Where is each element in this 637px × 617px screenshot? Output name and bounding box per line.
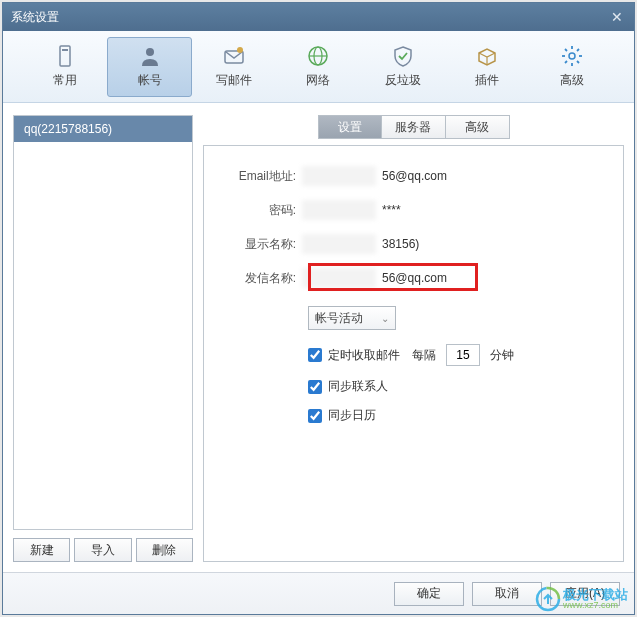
email-value[interactable]: 56@qq.com (378, 169, 447, 183)
toolbar-label: 常用 (53, 72, 77, 89)
settings-window: 系统设置 ✕ 常用 帐号 写邮件 网络 (2, 2, 635, 615)
antispam-icon (391, 44, 415, 68)
redacted (302, 166, 376, 186)
display-value[interactable]: 38156) (378, 237, 419, 251)
svg-line-13 (565, 49, 567, 51)
toolbar-antispam[interactable]: 反垃圾 (361, 37, 445, 97)
fetch-every: 每隔 (412, 347, 436, 364)
svg-point-2 (146, 48, 154, 56)
apply-button[interactable]: 应用(A) (550, 582, 620, 606)
general-icon (53, 44, 77, 68)
gear-icon (560, 44, 584, 68)
contacts-row: 同步联系人 (308, 378, 603, 395)
toolbar-network[interactable]: 网络 (276, 37, 360, 97)
password-row: 密码: **** (224, 198, 603, 222)
contacts-label: 同步联系人 (328, 378, 388, 395)
toolbar-label: 网络 (306, 72, 330, 89)
svg-rect-1 (62, 49, 68, 51)
close-icon[interactable]: ✕ (608, 8, 626, 26)
interval-input[interactable] (446, 344, 480, 366)
content-area: qq(2215788156) 新建 导入 删除 设置 服务器 高级 Email地… (3, 103, 634, 572)
toolbar-account[interactable]: 帐号 (107, 37, 191, 97)
activity-dropdown[interactable]: 帐号活动 ⌄ (308, 306, 396, 330)
tab-server[interactable]: 服务器 (382, 115, 446, 139)
import-button[interactable]: 导入 (74, 538, 131, 562)
calendar-label: 同步日历 (328, 407, 376, 424)
display-label: 显示名称: (224, 236, 302, 253)
dropdown-label: 帐号活动 (315, 310, 363, 327)
calendar-checkbox[interactable] (308, 409, 322, 423)
toolbar-plugin[interactable]: 插件 (445, 37, 529, 97)
password-value[interactable]: **** (378, 203, 401, 217)
toolbar-compose[interactable]: 写邮件 (192, 37, 276, 97)
form-area: Email地址: 56@qq.com 密码: **** 显示名称: 38156)… (203, 145, 624, 562)
contacts-checkbox[interactable] (308, 380, 322, 394)
redacted (302, 200, 376, 220)
toolbar-label: 插件 (475, 72, 499, 89)
svg-line-16 (577, 49, 579, 51)
account-item[interactable]: qq(2215788156) (14, 116, 192, 142)
fetch-label: 定时收取邮件 (328, 347, 400, 364)
toolbar-advanced[interactable]: 高级 (530, 37, 614, 97)
right-panel: 设置 服务器 高级 Email地址: 56@qq.com 密码: **** 显示… (203, 115, 624, 562)
display-row: 显示名称: 38156) (224, 232, 603, 256)
sender-value[interactable]: 56@qq.com (378, 271, 447, 285)
tabs: 设置 服务器 高级 (203, 115, 624, 139)
sender-row: 发信名称: 56@qq.com (224, 266, 603, 290)
plugin-icon (475, 44, 499, 68)
new-button[interactable]: 新建 (13, 538, 70, 562)
email-label: Email地址: (224, 168, 302, 185)
compose-icon (222, 44, 246, 68)
tab-settings[interactable]: 设置 (318, 115, 382, 139)
redacted (302, 234, 376, 254)
fetch-checkbox[interactable] (308, 348, 322, 362)
svg-point-4 (237, 47, 243, 53)
fetch-row: 定时收取邮件 每隔 分钟 (308, 344, 603, 366)
window-title: 系统设置 (11, 9, 59, 26)
toolbar-label: 反垃圾 (385, 72, 421, 89)
svg-line-14 (577, 61, 579, 63)
redacted (302, 268, 376, 288)
toolbar-label: 写邮件 (216, 72, 252, 89)
toolbar: 常用 帐号 写邮件 网络 反垃圾 (3, 31, 634, 103)
titlebar: 系统设置 ✕ (3, 3, 634, 31)
left-buttons: 新建 导入 删除 (13, 538, 193, 562)
toolbar-label: 帐号 (138, 72, 162, 89)
account-list[interactable]: qq(2215788156) (13, 115, 193, 530)
network-icon (306, 44, 330, 68)
toolbar-general[interactable]: 常用 (23, 37, 107, 97)
calendar-row: 同步日历 (308, 407, 603, 424)
account-icon (138, 44, 162, 68)
password-label: 密码: (224, 202, 302, 219)
tab-advanced[interactable]: 高级 (446, 115, 510, 139)
chevron-down-icon: ⌄ (381, 313, 389, 324)
svg-point-8 (569, 53, 575, 59)
svg-line-15 (565, 61, 567, 63)
cancel-button[interactable]: 取消 (472, 582, 542, 606)
ok-button[interactable]: 确定 (394, 582, 464, 606)
email-row: Email地址: 56@qq.com (224, 164, 603, 188)
toolbar-label: 高级 (560, 72, 584, 89)
left-panel: qq(2215788156) 新建 导入 删除 (13, 115, 193, 562)
footer: 确定 取消 应用(A) 极光下载站 www.xz7.com (3, 572, 634, 614)
sender-label: 发信名称: (224, 270, 302, 287)
fetch-unit: 分钟 (490, 347, 514, 364)
delete-button[interactable]: 删除 (136, 538, 193, 562)
